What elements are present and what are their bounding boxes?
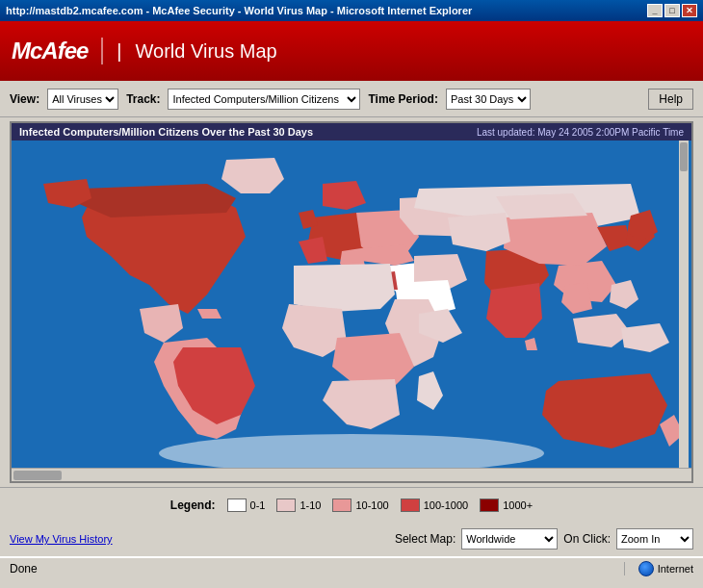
legend-item-100-1000: 100-1000 [401,499,469,512]
legend-range-10-100: 10-100 [355,499,388,511]
zone-text: Internet [658,563,693,575]
track-select[interactable]: Infected Computers/Million Citizens [168,89,360,110]
app-header: McAfee | World Virus Map [0,21,703,81]
legend-color-1-10 [276,499,296,512]
title-bar: http://mastdb2.mcafee.com - McAfee Secur… [0,0,703,21]
legend-bar: Legend: 0-1 1-10 10-100 100-1000 1000+ [0,487,703,522]
legend-item-1000plus: 1000+ [480,499,533,512]
map-scrollbar-h[interactable] [12,468,691,481]
select-map-dropdown[interactable]: Worldwide [461,528,558,550]
status-internet-zone: Internet [633,561,699,576]
legend-item-1-10: 1-10 [276,499,321,512]
legend-label: Legend: [170,499,216,512]
svg-rect-2 [679,141,689,468]
legend-color-0-1 [227,499,247,512]
world-map-svg [12,141,691,468]
legend-item-0-1: 0-1 [227,499,266,512]
view-label: View: [10,92,39,106]
legend-range-1-10: 1-10 [299,499,321,511]
status-bar: Done Internet [0,556,703,579]
bottom-bar: View My Virus History Select Map: Worldw… [0,522,703,556]
legend-range-0-1: 0-1 [250,499,266,511]
legend-item-10-100: 10-100 [332,499,388,512]
track-label: Track: [126,92,160,106]
svg-rect-3 [680,142,688,171]
window-controls: _ □ ✕ [647,4,697,17]
map-header: Infected Computers/Million Citizens Over… [12,123,691,141]
window-title: http://mastdb2.mcafee.com - McAfee Secur… [6,5,472,16]
map-container: Infected Computers/Million Citizens Over… [10,121,693,483]
view-select[interactable]: All Viruses [47,89,118,110]
select-map-area: Select Map: Worldwide On Click: Zoom In [395,528,693,550]
close-button[interactable]: ✕ [682,4,697,17]
time-period-label: Time Period: [368,92,437,106]
select-map-label: Select Map: [395,532,456,546]
legend-range-100-1000: 100-1000 [424,499,469,511]
minimize-button[interactable]: _ [647,4,663,17]
map-header-text: Infected Computers/Million Citizens Over… [19,126,313,138]
toolbar: View: All Viruses Track: Infected Comput… [0,81,703,117]
time-period-select[interactable]: Past 30 Days [446,89,531,110]
maximize-button[interactable]: □ [664,4,680,17]
status-done: Done [4,562,625,575]
globe-icon [638,561,654,576]
app-title: World Virus Map [136,40,277,63]
map-area[interactable] [12,141,691,468]
help-button[interactable]: Help [648,89,693,110]
virus-history-link[interactable]: View My Virus History [10,533,113,545]
mcafee-logo: McAfee [12,38,103,64]
legend-range-1000plus: 1000+ [503,499,533,511]
logo-separator: | [117,40,121,63]
legend-color-1000plus [480,499,499,512]
legend-color-100-1000 [401,499,420,512]
map-last-updated: Last updated: May 24 2005 2:00PM Pacific… [477,127,684,138]
on-click-dropdown[interactable]: Zoom In [616,528,693,550]
legend-color-10-100 [332,499,352,512]
on-click-label: On Click: [563,532,611,546]
